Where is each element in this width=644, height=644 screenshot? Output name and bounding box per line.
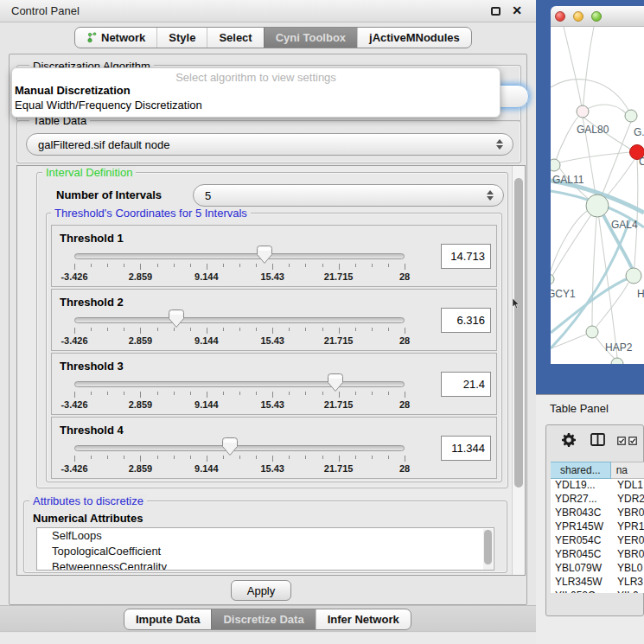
zoom-traffic-light-icon[interactable] — [591, 11, 602, 22]
tab-jactivemnodules[interactable]: jActiveMNodules — [357, 28, 471, 48]
bottom-tab-impute-data[interactable]: Impute Data — [124, 609, 211, 629]
close-traffic-light-icon[interactable] — [555, 11, 565, 22]
slider-tick — [157, 264, 158, 267]
threshold-slider[interactable]: -3.4262.8599.14415.4321.71528 — [74, 312, 405, 348]
tab-cyni-toolbox[interactable]: Cyni Toolbox — [264, 28, 357, 48]
table-row[interactable]: YBR045CYBR0 — [551, 548, 644, 562]
bottom-tab-discretize-data[interactable]: Discretize Data — [211, 609, 315, 629]
network-node[interactable] — [611, 358, 623, 364]
threshold-value-input[interactable] — [441, 436, 491, 461]
dropdown-option[interactable]: Manual Discretization — [12, 83, 500, 98]
table-cell[interactable]: YPR145W — [551, 520, 612, 534]
slider-track[interactable] — [74, 445, 405, 451]
slider-tick — [157, 392, 158, 395]
dropdown-option[interactable]: Equal Width/Frequency Discretization — [12, 98, 500, 112]
network-node[interactable] — [551, 159, 560, 171]
attribute-list-item[interactable]: BetweennessCentrality — [37, 559, 494, 571]
control-panel-titlebar: Control Panel ✕ — [0, 0, 537, 22]
table-cell[interactable]: YBR045C — [551, 548, 612, 562]
network-node[interactable] — [586, 326, 598, 338]
threshold-value-input[interactable] — [441, 244, 491, 269]
table-row[interactable]: YBR043CYBR0 — [551, 507, 644, 520]
slider-tick — [157, 456, 158, 459]
slider-tick — [140, 392, 141, 398]
threshold-row: Threshold 4-3.4262.8599.14415.4321.71528 — [51, 417, 497, 479]
slider-thumb[interactable] — [257, 245, 272, 264]
table-row[interactable]: YBL079WYBL0 — [551, 562, 644, 576]
table-cell[interactable]: YDL1 — [612, 479, 644, 493]
table-row[interactable]: YDL19...YDL1 — [551, 479, 644, 493]
table-row[interactable]: YER054CYER0 — [551, 534, 644, 548]
attribute-list-item[interactable]: SelfLoops — [37, 528, 494, 544]
num-intervals-combo[interactable]: 5 — [193, 184, 504, 207]
threshold-slider[interactable]: -3.4262.8599.14415.4321.71528 — [74, 376, 405, 412]
column-header-name[interactable]: na — [611, 462, 644, 479]
select-all-checkbox-icon[interactable] — [617, 433, 626, 449]
network-canvas[interactable]: GAL80 G. GAL11 C GAL4 GCY1 H HAP2 — [551, 27, 644, 364]
slider-tick — [289, 328, 290, 331]
tab-style[interactable]: Style — [156, 28, 207, 48]
network-node[interactable] — [626, 268, 641, 284]
network-node[interactable] — [625, 110, 637, 122]
slider-thumb[interactable] — [328, 373, 343, 392]
attributes-list: SelfLoopsTopologicalCoefficientBetweenne… — [36, 527, 494, 571]
network-node[interactable] — [586, 194, 609, 217]
threshold-slider[interactable]: -3.4262.8599.14415.4321.71528 — [74, 440, 405, 476]
slider-tick — [372, 328, 373, 331]
table-cell[interactable]: YLR345W — [551, 576, 612, 590]
table-cell[interactable]: YPR1 — [612, 520, 644, 534]
slider-tick — [322, 264, 323, 267]
select-none-checkbox-icon[interactable] — [628, 433, 637, 449]
float-window-icon[interactable] — [491, 7, 501, 16]
slider-tick — [74, 328, 75, 334]
slider-track[interactable] — [74, 317, 405, 323]
threshold-value-input[interactable] — [441, 372, 491, 397]
slider-thumb[interactable] — [222, 437, 238, 456]
table-cell[interactable]: YDR2 — [612, 493, 644, 507]
slider-track[interactable] — [74, 253, 405, 259]
slider-tick — [405, 392, 405, 398]
interval-definition-group: Interval Definition Number of Intervals … — [36, 172, 508, 488]
threshold-slider[interactable]: -3.4262.8599.14415.4321.71528 — [74, 248, 405, 284]
table-cell[interactable]: YBR043C — [551, 507, 612, 520]
network-node-label: GAL4 — [611, 219, 638, 231]
slider-tick-label: 15.43 — [260, 399, 284, 410]
tab-select[interactable]: Select — [207, 28, 263, 48]
apply-button[interactable]: Apply — [231, 580, 291, 601]
table-cell[interactable]: YBL0 — [612, 562, 644, 576]
table-data-combo[interactable]: galFiltered.sif default node — [26, 133, 513, 156]
network-node[interactable] — [577, 105, 589, 118]
slider-ticks — [74, 264, 405, 271]
slider-tick — [223, 392, 224, 395]
table-cell[interactable]: YLR3 — [612, 576, 644, 590]
slider-track[interactable] — [74, 381, 405, 387]
tab-network[interactable]: Network — [75, 28, 156, 48]
threshold-label: Threshold 1 — [60, 232, 124, 245]
vertical-scrollbar-thumb[interactable] — [514, 178, 523, 488]
table-row[interactable]: YPR145WYPR1 — [551, 520, 644, 534]
table-cell[interactable]: YBL079W — [551, 562, 612, 576]
slider-tick — [355, 328, 356, 331]
slider-thumb[interactable] — [169, 309, 184, 328]
table-cell[interactable]: YBR0 — [612, 507, 644, 520]
minimize-traffic-light-icon[interactable] — [573, 11, 583, 22]
table-cell[interactable]: YBR0 — [612, 548, 644, 562]
network-node[interactable] — [551, 274, 554, 284]
table-cell[interactable]: YDR27... — [551, 493, 612, 507]
table-row[interactable]: YDR27...YDR2 — [551, 493, 644, 507]
split-columns-icon[interactable] — [590, 433, 605, 450]
column-header-shared-name[interactable]: shared... — [551, 462, 611, 479]
attribute-list-item[interactable]: TopologicalCoefficient — [37, 544, 494, 559]
table-cell[interactable]: YER054C — [551, 534, 612, 548]
gear-icon[interactable] — [562, 433, 576, 450]
table-row[interactable]: YLR345WYLR3 — [551, 576, 644, 590]
attributes-list-scrollbar[interactable] — [483, 529, 493, 571]
table-cell[interactable]: YER0 — [612, 534, 644, 548]
threshold-value-input[interactable] — [441, 308, 491, 333]
vertical-scrollbar[interactable] — [512, 166, 525, 575]
table-cell[interactable]: YDL19... — [551, 479, 612, 493]
bottom-tab-label: Discretize Data — [223, 613, 303, 626]
spinner-arrows-icon — [487, 190, 494, 201]
bottom-tab-infer-network[interactable]: Infer Network — [316, 609, 411, 629]
close-icon[interactable]: ✕ — [512, 3, 522, 17]
